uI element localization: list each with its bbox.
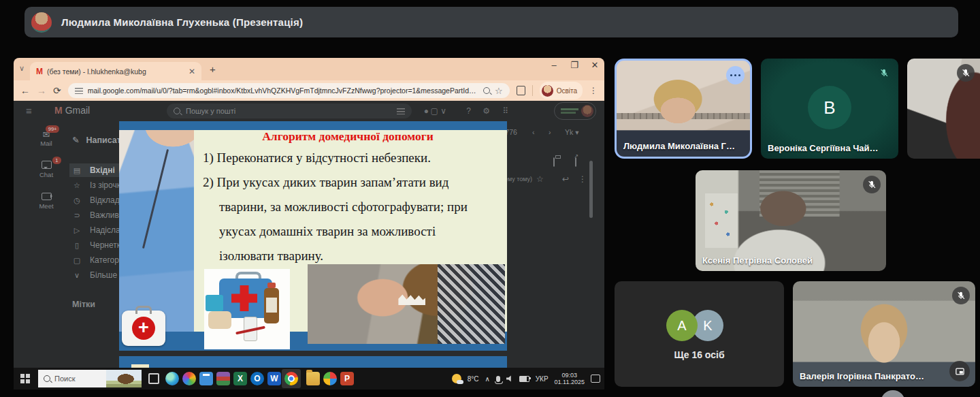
participant-name: Ксенія Петрівна Соловей xyxy=(702,255,813,266)
status-dot-icon[interactable]: ● xyxy=(424,106,429,116)
gmail-search-input[interactable]: Пошук у пошті xyxy=(167,104,412,118)
meet-camera-icon xyxy=(42,192,52,202)
chrome-icon xyxy=(284,372,298,385)
nurse-photo xyxy=(119,130,194,332)
back-icon[interactable]: ← xyxy=(20,85,30,96)
apps-grid-icon[interactable]: ⠿ xyxy=(502,106,509,116)
chat-icon: 1 xyxy=(42,161,52,171)
browser-profile-chip[interactable]: Освіта xyxy=(540,82,583,99)
mic-muted-icon xyxy=(875,64,893,82)
mic-muted-icon xyxy=(952,287,970,304)
rail-chat[interactable]: 1 Chat xyxy=(33,161,60,178)
overflow-tile[interactable]: A K Ще 16 осіб xyxy=(615,281,784,387)
reply-icon[interactable]: ↩ xyxy=(562,174,569,184)
avatar: В xyxy=(808,86,851,129)
older-page-icon[interactable]: ‹ xyxy=(532,128,535,136)
participant-name: Вероніка Сергіївна Чай… xyxy=(768,143,879,153)
sent-icon: ▷ xyxy=(72,226,82,235)
zoom-icon[interactable] xyxy=(483,87,490,94)
first-aid-box-icon: + xyxy=(122,311,165,346)
start-button[interactable] xyxy=(20,374,30,383)
weather-icon[interactable] xyxy=(452,374,461,383)
gmail-dimmed-content: ≡ MGmail Пошук у пошті ● ▢ ∨ ? ⚙ ⠿ ✉99+ … xyxy=(14,101,604,368)
outlook-icon[interactable]: O xyxy=(250,372,264,385)
browser-tab-strip: ∨ M (без теми) - l.hlukhenka@kubg ✕ + – … xyxy=(14,58,604,80)
tab-search-chevron-icon[interactable]: ∨ xyxy=(19,64,24,73)
task-view-icon[interactable] xyxy=(148,373,159,384)
input-tools-icon[interactable]: Yk ▾ xyxy=(565,128,578,136)
pencil-icon: ✎ xyxy=(72,135,79,145)
tray-chevron-icon[interactable]: ∧ xyxy=(485,375,489,383)
edge-icon[interactable] xyxy=(165,372,179,385)
photos-icon[interactable] xyxy=(323,372,337,385)
chrome-taskbar-button[interactable] xyxy=(282,369,301,388)
browser-tab[interactable]: M (без теми) - l.hlukhenka@kubg ✕ xyxy=(30,62,201,80)
browser-menu-icon[interactable]: ⋮ xyxy=(589,86,598,95)
presenter-avatar xyxy=(31,12,52,33)
account-chip[interactable] xyxy=(554,102,596,120)
email-menu-icon[interactable]: ⋮ xyxy=(578,174,587,184)
tab-close-icon[interactable]: ✕ xyxy=(189,67,195,76)
window-minimize-button[interactable]: – xyxy=(546,60,562,70)
language-indicator[interactable]: УКР xyxy=(536,375,549,383)
chevron-down-icon: ∨ xyxy=(72,271,82,280)
open-in-new-icon[interactable] xyxy=(575,157,576,167)
rail-mail[interactable]: ✉99+ Mail xyxy=(33,129,60,147)
taskbar-clock[interactable]: 09:03 01.11.2025 xyxy=(555,372,585,385)
tray-mic-icon[interactable] xyxy=(496,376,500,382)
window-restore-button[interactable]: ❐ xyxy=(566,60,583,70)
hamburger-menu-icon[interactable]: ≡ xyxy=(26,105,32,116)
mic-muted-icon xyxy=(957,64,975,82)
shared-screen: ∨ M (без теми) - l.hlukhenka@kubg ✕ + – … xyxy=(14,58,604,390)
site-settings-icon[interactable] xyxy=(75,87,83,94)
excel-icon[interactable]: X xyxy=(233,372,247,385)
help-icon[interactable]: ? xyxy=(466,106,471,116)
action-center-icon[interactable] xyxy=(591,375,600,383)
bookmark-star-icon[interactable]: ☆ xyxy=(495,86,503,96)
tile-menu-icon[interactable] xyxy=(726,66,745,84)
important-icon: ⊃ xyxy=(72,211,82,220)
word-icon[interactable]: W xyxy=(267,372,281,385)
forward-icon[interactable]: → xyxy=(37,85,46,96)
dog-bite-photo xyxy=(308,264,505,344)
meet-toggle-icon[interactable]: ▢ ∨ xyxy=(431,106,446,116)
toolbar-divider xyxy=(532,85,533,96)
participant-tile-liudmyla[interactable]: Людмила Миколаївна Г… xyxy=(615,59,752,159)
store-icon[interactable] xyxy=(199,372,213,385)
windows-taskbar: Поиск X O W P 8°C ∧ УКР 09:03 01.11.2025 xyxy=(14,368,604,390)
overflow-count-label: Ще 16 осіб xyxy=(615,349,784,360)
reload-icon[interactable]: ⟳ xyxy=(53,85,61,96)
settings-gear-icon[interactable]: ⚙ xyxy=(483,106,490,116)
gmail-header: ≡ MGmail Пошук у пошті ● ▢ ∨ ? ⚙ ⠿ xyxy=(14,101,604,121)
tray-speaker-icon[interactable] xyxy=(506,375,513,382)
window-close-button[interactable]: ✕ xyxy=(587,60,603,70)
participant-tile-kseniia[interactable]: Ксенія Петрівна Соловей xyxy=(696,170,886,271)
search-highlight-image xyxy=(106,370,142,387)
participant-tile-veronika[interactable]: В Вероніка Сергіївна Чай… xyxy=(761,59,898,159)
powerpoint-icon[interactable]: P xyxy=(340,372,354,385)
participant-name: Людмила Миколаївна Г… xyxy=(623,141,735,151)
labels-heading: Мітки xyxy=(72,300,95,309)
taskbar-search-input[interactable]: Поиск xyxy=(38,370,142,387)
participant-tile-partial[interactable] xyxy=(907,59,980,159)
copilot-icon[interactable] xyxy=(182,372,196,385)
side-panel-icon[interactable] xyxy=(517,86,525,95)
winrar-icon[interactable] xyxy=(216,372,230,385)
file-explorer-icon[interactable] xyxy=(306,372,320,385)
temperature-text[interactable]: 8°C xyxy=(468,375,479,383)
more-options-icon[interactable] xyxy=(881,390,905,397)
star-icon: ☆ xyxy=(72,181,82,190)
newer-page-icon[interactable]: › xyxy=(549,128,551,136)
rail-meet[interactable]: Meet xyxy=(33,192,60,210)
participant-tile-valeriia[interactable]: Валерія Ігорівна Панкрато… xyxy=(793,281,975,387)
scrollbar[interactable] xyxy=(589,161,593,218)
new-tab-button[interactable]: + xyxy=(210,63,216,75)
star-email-icon[interactable]: ☆ xyxy=(536,174,544,184)
picture-in-picture-button[interactable] xyxy=(949,361,970,381)
slide-body-text: 1) Переконатися у відсутності небезпеки.… xyxy=(203,146,506,268)
address-bar[interactable]: mail.google.com/mail/u/0/?tab=rm&ogbl#in… xyxy=(68,83,510,98)
print-icon[interactable] xyxy=(553,157,555,167)
compose-button[interactable]: ✎ Написати xyxy=(72,135,127,145)
search-filter-icon[interactable] xyxy=(397,108,405,114)
tray-battery-icon[interactable] xyxy=(519,376,529,382)
